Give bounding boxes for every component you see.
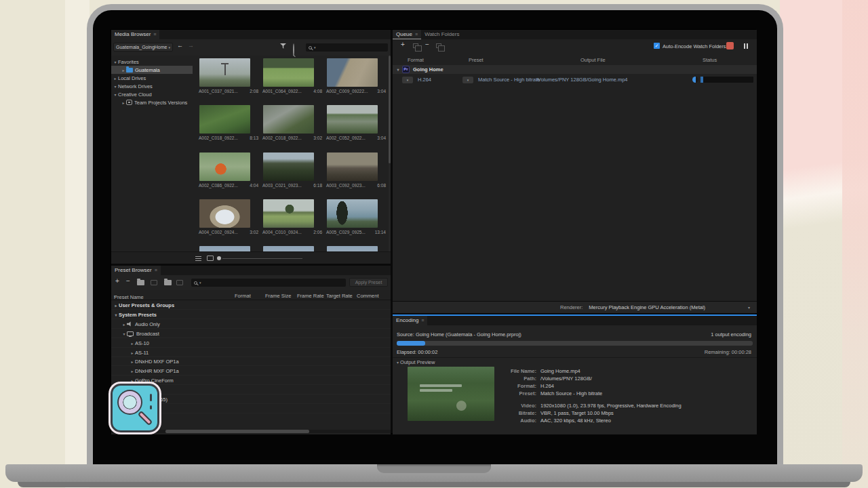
clip-thumbnail-a003-c021-0923[interactable] bbox=[263, 152, 314, 181]
detail-value: /Volumes/PNY 128GB/ bbox=[540, 375, 592, 382]
apply-preset-button[interactable]: Apply Preset bbox=[349, 278, 388, 287]
chevron-right-icon: ▸ bbox=[113, 76, 118, 81]
chevron-down-icon: ▾ bbox=[168, 45, 170, 49]
column-frame-rate[interactable]: Frame Rate bbox=[297, 293, 324, 299]
scrollbar-thumb[interactable] bbox=[389, 56, 391, 163]
column-frame-size[interactable]: Frame Size bbox=[265, 293, 291, 299]
tree-item-guatemala[interactable]: ▸Guatemala bbox=[111, 66, 193, 74]
renderer-value[interactable]: Mercury Playback Engine GPU Acceleration… bbox=[589, 304, 705, 310]
team-projects-icon bbox=[126, 100, 132, 105]
output-preview-toggle[interactable]: ▾ Output Preview bbox=[397, 359, 435, 365]
pause-queue-button[interactable] bbox=[744, 43, 748, 49]
media-grid-scrollbar[interactable] bbox=[389, 56, 391, 251]
preset-item-system-presets[interactable]: ▾System Presets bbox=[111, 310, 391, 319]
panel-menu-icon[interactable]: ≡ bbox=[415, 30, 418, 39]
preset-search-input[interactable]: ▾ bbox=[191, 279, 346, 287]
copy-icon[interactable] bbox=[436, 43, 441, 48]
clip-thumbnail-a002-c018-0922[interactable] bbox=[263, 105, 314, 134]
clip-thumbnail-partial[interactable] bbox=[263, 246, 314, 251]
clip-thumbnail-a003-c092-0923[interactable] bbox=[327, 152, 378, 181]
thumbnail-view-icon[interactable] bbox=[207, 256, 214, 261]
panel-menu-icon[interactable]: ≡ bbox=[153, 30, 156, 39]
chevron-down-icon[interactable]: ▾ bbox=[748, 305, 750, 310]
tree-item-team-projects-versions[interactable]: ▸Team Projects Versions bbox=[111, 98, 193, 106]
new-group-icon[interactable] bbox=[137, 280, 144, 285]
preset-item-dnxhr-mxf-op1a[interactable]: ▸DNxHR MXF OP1a bbox=[111, 367, 391, 375]
column-comment[interactable]: Comment bbox=[357, 293, 379, 299]
duplicate-icon[interactable] bbox=[413, 43, 418, 48]
tab-preset-browser[interactable]: Preset Browser ≡ bbox=[111, 266, 161, 275]
queue-tabbar: Queue ≡ Watch Folders bbox=[393, 30, 757, 39]
laptop-base-shadow bbox=[18, 482, 850, 487]
auto-encode-label: Auto-Encode Watch Folders bbox=[663, 43, 726, 49]
preset-item-gopro-cineform[interactable]: ▸GoPro CineForm bbox=[111, 376, 391, 385]
queue-item-preset[interactable]: Match Source - High bitrate bbox=[478, 77, 540, 83]
tree-item-local-drives[interactable]: ▸Local Drives bbox=[111, 74, 193, 82]
back-arrow-icon[interactable]: ← bbox=[177, 42, 183, 49]
clip-thumbnail-a005-c029-0925[interactable] bbox=[327, 199, 378, 228]
column-format[interactable]: Format bbox=[235, 293, 251, 299]
preset-item-audio-only[interactable]: ▸Audio Only bbox=[111, 320, 391, 329]
clip-thumbnail-a001-c064-0922[interactable] bbox=[263, 58, 314, 87]
add-source-button[interactable]: + bbox=[401, 41, 405, 49]
filter-icon[interactable] bbox=[280, 43, 286, 49]
media-search-input[interactable]: ▾ bbox=[306, 43, 388, 52]
panel-menu-icon[interactable]: ≡ bbox=[155, 266, 157, 275]
folder-dropdown[interactable]: Guatemala_GoingHome ▾ bbox=[113, 43, 173, 52]
chevron-down-icon[interactable]: ▾ bbox=[395, 67, 401, 72]
panel-menu-icon[interactable]: ≡ bbox=[421, 316, 424, 325]
chevron-down-icon: ▾ bbox=[113, 92, 118, 97]
tree-item-label: Local Drives bbox=[118, 75, 146, 81]
queue-item-format[interactable]: H.264 bbox=[418, 77, 431, 83]
clip-duration: 6:08 bbox=[377, 183, 387, 189]
zoom-search-icon[interactable] bbox=[293, 44, 294, 56]
auto-encode-checkbox[interactable]: ✓ bbox=[654, 43, 660, 49]
add-preset-button[interactable]: + bbox=[115, 277, 119, 285]
queue-toolbar: + − ✓ Auto-Encode Watch Folders bbox=[393, 39, 757, 54]
queue-group-row[interactable]: ▾ Pr Going Home bbox=[393, 65, 757, 74]
column-target-rate[interactable]: Target Rate bbox=[326, 293, 353, 299]
chevron-down-icon: ▾ bbox=[397, 361, 399, 365]
list-view-icon[interactable] bbox=[195, 256, 201, 261]
preset-dropdown-chip[interactable]: ▾ bbox=[462, 77, 473, 83]
tab-encoding[interactable]: Encoding ≡ bbox=[393, 316, 427, 325]
import-preset-icon[interactable] bbox=[164, 280, 172, 285]
clip-thumbnail-a002-c086-0922[interactable] bbox=[199, 152, 250, 181]
tab-queue[interactable]: Queue ≡ bbox=[393, 30, 421, 39]
format-dropdown-chip[interactable]: ▾ bbox=[402, 77, 413, 83]
clip-thumbnail-a004-c002-0924[interactable] bbox=[199, 199, 250, 228]
preset-item-label: GoPro CineForm bbox=[135, 378, 174, 384]
scrollbar-thumb[interactable] bbox=[165, 430, 309, 433]
clip-thumbnail-a001-c037-0921[interactable] bbox=[199, 58, 250, 87]
remove-source-button[interactable]: − bbox=[425, 41, 429, 49]
clip-thumbnail-partial[interactable] bbox=[199, 246, 250, 251]
export-preset-icon[interactable] bbox=[176, 280, 183, 285]
thumbnail-zoom-slider[interactable] bbox=[217, 256, 221, 260]
queue-item-row[interactable]: ▾ H.264 ▾ Match Source - High bitrate /V… bbox=[393, 75, 757, 85]
preset-item-as-11[interactable]: ▸AS-11 bbox=[111, 348, 391, 357]
tree-item-favorites[interactable]: ▾Favorites bbox=[111, 58, 193, 66]
forward-arrow-icon[interactable]: → bbox=[188, 42, 194, 49]
clip-thumbnail-a002-c009-09222[interactable] bbox=[327, 58, 378, 87]
tree-item-network-drives[interactable]: ▾Network Drives bbox=[111, 82, 193, 90]
preset-item-user-presets-groups[interactable]: ▸User Presets & Groups bbox=[111, 301, 391, 310]
queue-item-output-file[interactable]: /Volumes/PNY 128GB/Going Home.mp4 bbox=[536, 77, 628, 83]
clip-thumbnail-a004-c010-0924[interactable] bbox=[263, 199, 314, 228]
remove-preset-button[interactable]: − bbox=[126, 277, 130, 285]
preset-item-dnxhd-mxf-op1a[interactable]: ▸DNxHD MXF OP1a bbox=[111, 357, 391, 366]
tree-item-creative-cloud[interactable]: ▾Creative Cloud bbox=[111, 90, 193, 98]
media-clip-grid: A001_C037_0921...2:08A001_C064_0922...4:… bbox=[194, 56, 388, 251]
tab-media-browser[interactable]: Media Browser ≡ bbox=[111, 30, 159, 39]
tab-watch-folders[interactable]: Watch Folders bbox=[421, 30, 462, 39]
stop-queue-button[interactable] bbox=[726, 42, 734, 49]
clip-caption: A002_C052_0922...3:04 bbox=[326, 136, 387, 142]
preset-item-as-10[interactable]: ▸AS-10 bbox=[111, 339, 391, 348]
preset-item-broadcast[interactable]: ▾Broadcast bbox=[111, 329, 391, 338]
preset-settings-icon[interactable] bbox=[151, 280, 157, 285]
clip-name: A001_C037_0921... bbox=[199, 89, 238, 95]
clip-thumbnail-partial[interactable] bbox=[327, 246, 378, 251]
clip-thumbnail-a002-c052-0922[interactable] bbox=[327, 105, 378, 134]
folder-dropdown-value: Guatemala_GoingHome bbox=[116, 45, 167, 49]
detail-value: VBR, 1 pass, Target 10.00 Mbps bbox=[540, 410, 614, 416]
clip-thumbnail-a002-c018-0922[interactable] bbox=[199, 105, 250, 134]
